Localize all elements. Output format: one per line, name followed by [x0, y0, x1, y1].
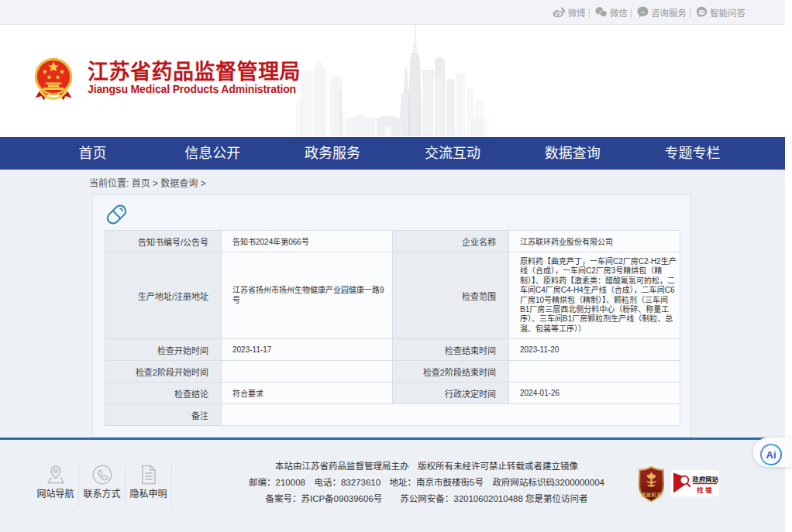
svg-text:政府网站: 政府网站	[693, 475, 719, 483]
svg-text:党政机关: 党政机关	[641, 492, 661, 498]
svg-text:找错: 找错	[697, 486, 715, 494]
